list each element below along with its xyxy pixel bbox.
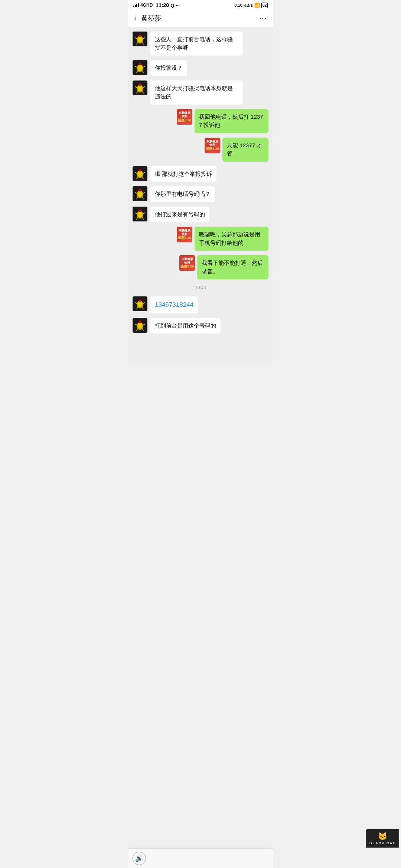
time-label: 11:20 (156, 2, 169, 8)
chat-title: 黄莎莎 (141, 14, 259, 23)
message-row: 你报警没？ (133, 60, 268, 76)
message-row: 你那里有电话号码吗？ (133, 186, 268, 202)
svg-point-4 (139, 34, 141, 37)
ad-thumbnail: 东鹏健康饮料 盛惠6.20 (179, 255, 195, 271)
svg-point-47 (137, 211, 142, 217)
svg-point-2 (137, 36, 142, 42)
svg-point-31 (139, 169, 141, 171)
message-bubble: 13467318244 (150, 296, 198, 313)
message-row: 我看下能不能打通，然后录音。 东鹏健康饮料 盛惠6.20 (133, 255, 268, 279)
svg-point-58 (139, 299, 141, 302)
avatar (133, 166, 147, 181)
carrier-label: 4GHD (140, 3, 153, 8)
message-row: 嗯嗯嗯，吴总那边说是用手机号码打给他的 东鹏健康饮料 盛惠6.20 (133, 227, 268, 251)
svg-point-13 (139, 63, 141, 65)
bubble-with-ad: 嗯嗯嗯，吴总那边说是用手机号码打给他的 东鹏健康饮料 盛惠6.20 (160, 227, 268, 251)
svg-point-49 (139, 209, 141, 211)
avatar (133, 318, 147, 333)
message-bubble: 嗯嗯嗯，吴总那边说是用手机号码打给他的 (195, 227, 268, 251)
ad-thumbnail: 东鹏健康饮料 盛惠6.20 (205, 138, 220, 153)
phone-number[interactable]: 13467318244 (155, 301, 193, 308)
status-left: 4GHD 11:20 Q ··· (133, 2, 180, 8)
message-row: 打到前台是用这个号码的 (133, 318, 268, 334)
message-row: 13467318244 (133, 296, 268, 313)
timestamp: 10:46 (133, 285, 268, 290)
bubble-with-ad: 我看下能不能打通，然后录音。 东鹏健康饮料 盛惠6.20 (164, 255, 268, 279)
svg-point-38 (137, 191, 142, 197)
avatar (133, 296, 147, 311)
message-bubble: 这些人一直打前台电话，这样骚扰不是个事呀 (150, 32, 243, 56)
message-bubble: 他这样天天打骚扰电话本身就是违法的 (150, 80, 243, 105)
avatar (133, 186, 147, 201)
message-row: 我回他电话，然后打 12377 投诉他 东鹏健康饮料 盛惠6.20 (133, 109, 268, 133)
avatar (133, 207, 147, 221)
message-bubble: 他打过来是有号码的 (150, 207, 209, 223)
network-speed: 0.10 KB/s (234, 3, 253, 7)
back-button[interactable]: ‹ (134, 14, 137, 23)
bubble-with-ad: 只能 12377 才管 东鹏健康饮料 盛惠6.20 (201, 138, 268, 162)
message-row: 他这样天天打骚扰电话本身就是违法的 (133, 80, 268, 105)
message-bubble: 你报警没？ (150, 60, 187, 76)
more-button[interactable]: ··· (259, 13, 267, 23)
svg-point-65 (137, 322, 142, 329)
battery-icon: 82 (261, 3, 268, 8)
message-row: 他打过来是有号码的 (133, 207, 268, 223)
ad-thumbnail: 东鹏健康饮料 盛惠6.20 (177, 227, 192, 242)
message-bubble: 你那里有电话号码吗？ (150, 186, 215, 202)
message-bubble: 哦 那就打这个举报投诉 (150, 166, 216, 182)
avatar (133, 60, 147, 75)
message-bubble: 我回他电话，然后打 12377 投诉他 (195, 109, 268, 133)
chat-area: 这些人一直打前台电话，这样骚扰不是个事呀 你报警没？ 他这样天天打骚扰电话本身就… (128, 27, 273, 363)
message-row: 只能 12377 才管 东鹏健康饮料 盛惠6.20 (133, 138, 268, 162)
svg-point-29 (137, 171, 142, 177)
signal-icon (133, 3, 139, 7)
svg-point-22 (139, 83, 141, 85)
ad-thumbnail: 东鹏健康饮料 盛惠6.20 (177, 109, 192, 125)
chat-header: ‹ 黄莎莎 ··· (128, 10, 273, 27)
message-bubble: 我看下能不能打通，然后录音。 (197, 255, 268, 279)
status-right: 0.10 KB/s 📶 82 (234, 3, 268, 8)
wifi-icon: 📶 (254, 3, 260, 8)
message-bubble: 打到前台是用这个号码的 (150, 318, 221, 334)
svg-point-11 (137, 65, 142, 71)
svg-point-56 (137, 301, 142, 307)
svg-point-67 (139, 320, 141, 323)
svg-point-20 (137, 85, 142, 91)
dots-icon: ··· (176, 3, 180, 8)
message-row: 哦 那就打这个举报投诉 (133, 166, 268, 182)
avatar (133, 80, 147, 95)
notification-icon: Q (170, 3, 174, 8)
message-row: 这些人一直打前台电话，这样骚扰不是个事呀 (133, 32, 268, 56)
message-bubble: 只能 12377 才管 (222, 138, 268, 162)
avatar (133, 32, 147, 46)
bubble-with-ad: 我回他电话，然后打 12377 投诉他 东鹏健康饮料 盛惠6.20 (160, 109, 268, 133)
status-bar: 4GHD 11:20 Q ··· 0.10 KB/s 📶 82 (128, 0, 273, 10)
svg-point-40 (139, 189, 141, 191)
